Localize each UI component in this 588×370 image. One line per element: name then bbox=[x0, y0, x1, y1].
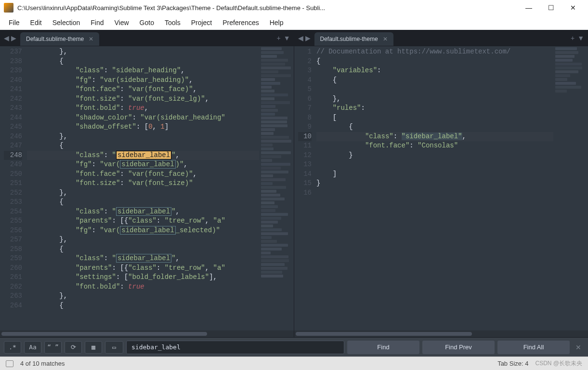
find-regex-toggle[interactable]: .* bbox=[4, 341, 21, 354]
new-tab-icon[interactable]: + bbox=[276, 34, 280, 42]
hscroll-thumb[interactable] bbox=[1, 332, 207, 336]
tab-actions-right: + ▼ bbox=[567, 34, 588, 42]
find-wrap-toggle[interactable]: ⟳ bbox=[65, 341, 82, 354]
find-word-toggle[interactable]: “ ” bbox=[44, 341, 62, 354]
nav-fwd-icon[interactable]: ▶ bbox=[10, 33, 17, 43]
close-button[interactable]: ✕ bbox=[562, 0, 584, 15]
close-icon[interactable]: ✕ bbox=[89, 36, 93, 42]
left-code[interactable]: }, { "class": "sidebar_heading", "fg": "… bbox=[27, 46, 259, 330]
minimap[interactable] bbox=[553, 46, 588, 330]
find-close-icon[interactable]: ✕ bbox=[573, 344, 584, 351]
tab-nav-arrows: ◀ ▶ bbox=[294, 33, 314, 43]
status-tab-size[interactable]: Tab Size: 4 bbox=[497, 360, 528, 367]
nav-fwd-icon[interactable]: ▶ bbox=[304, 33, 312, 43]
menu-tools[interactable]: Tools bbox=[160, 17, 185, 28]
tab-overflow-icon[interactable]: ▼ bbox=[284, 34, 290, 42]
tab-label: Default.sublime-theme bbox=[320, 36, 378, 42]
tab-actions-left: + ▼ bbox=[273, 34, 294, 42]
tab-default-theme-right[interactable]: Default.sublime-theme ✕ bbox=[314, 32, 393, 46]
left-pane-tabs: ◀ ▶ Default.sublime-theme ✕ + ▼ bbox=[0, 30, 294, 46]
right-editor[interactable]: 12345678910111213141516 // Documentation… bbox=[294, 46, 588, 330]
left-pane: 2372382392402412422432442452462472482492… bbox=[0, 46, 294, 337]
menu-preferences[interactable]: Preferences bbox=[218, 17, 263, 28]
find-panel: .* Aa “ ” ⟳ ▦ ▭ Find Find Prev Find All … bbox=[0, 337, 588, 357]
close-icon[interactable]: ✕ bbox=[383, 36, 388, 42]
left-gutter: 2372382392402412422432442452462472482492… bbox=[0, 46, 27, 330]
tab-default-theme-left[interactable]: Default.sublime-theme ✕ bbox=[20, 32, 99, 46]
tab-label: Default.sublime-theme bbox=[26, 36, 84, 42]
find-selection-toggle[interactable]: ▦ bbox=[85, 341, 102, 354]
tab-overflow-icon[interactable]: ▼ bbox=[577, 34, 584, 42]
right-gutter: 12345678910111213141516 bbox=[294, 46, 316, 330]
menu-find[interactable]: Find bbox=[86, 17, 108, 28]
app-icon bbox=[4, 3, 13, 13]
panel-icon[interactable] bbox=[6, 360, 13, 367]
menu-help[interactable]: Help bbox=[265, 17, 288, 28]
nav-back-icon[interactable]: ◀ bbox=[297, 33, 304, 43]
menu-goto[interactable]: Goto bbox=[135, 17, 159, 28]
hscroll-thumb[interactable] bbox=[296, 332, 472, 336]
right-code[interactable]: // Documentation at https://www.sublimet… bbox=[316, 46, 553, 330]
right-pane: 12345678910111213141516 // Documentation… bbox=[294, 46, 588, 337]
minimize-button[interactable]: — bbox=[518, 0, 540, 15]
maximize-button[interactable]: ☐ bbox=[540, 0, 562, 15]
watermark: CSDN @长歌未央 bbox=[535, 359, 582, 368]
new-tab-icon[interactable]: + bbox=[571, 34, 575, 42]
menu-bar: File Edit Selection Find View Goto Tools… bbox=[0, 15, 588, 30]
window-controls: — ☐ ✕ bbox=[518, 0, 584, 15]
status-matches: 4 of 10 matches bbox=[20, 360, 65, 367]
hscroll[interactable] bbox=[0, 330, 294, 337]
editor-area: 2372382392402412422432442452462472482492… bbox=[0, 46, 588, 337]
menu-file[interactable]: File bbox=[4, 17, 25, 28]
find-button[interactable]: Find bbox=[347, 341, 419, 354]
minimap[interactable] bbox=[259, 46, 294, 330]
find-all-button[interactable]: Find All bbox=[497, 341, 570, 354]
find-input[interactable] bbox=[126, 341, 344, 354]
title-bar: C:\Users\linxinrui\AppData\Roaming\Subli… bbox=[0, 0, 588, 15]
left-editor[interactable]: 2372382392402412422432442452462472482492… bbox=[0, 46, 294, 330]
menu-selection[interactable]: Selection bbox=[48, 17, 85, 28]
menu-view[interactable]: View bbox=[110, 17, 134, 28]
right-pane-tabs: ◀ ▶ Default.sublime-theme ✕ + ▼ bbox=[294, 30, 588, 46]
find-highlight-toggle[interactable]: ▭ bbox=[105, 341, 123, 354]
find-case-toggle[interactable]: Aa bbox=[24, 341, 41, 354]
tab-nav-arrows: ◀ ▶ bbox=[0, 33, 20, 43]
hscroll[interactable] bbox=[294, 330, 588, 337]
window-title: C:\Users\linxinrui\AppData\Roaming\Subli… bbox=[17, 4, 518, 12]
menu-edit[interactable]: Edit bbox=[26, 17, 47, 28]
find-prev-button[interactable]: Find Prev bbox=[422, 341, 495, 354]
nav-back-icon[interactable]: ◀ bbox=[3, 33, 10, 43]
status-bar: 4 of 10 matches Tab Size: 4 CSDN @长歌未央 bbox=[0, 357, 588, 370]
menu-project[interactable]: Project bbox=[186, 17, 217, 28]
tabs-row: ◀ ▶ Default.sublime-theme ✕ + ▼ ◀ ▶ Defa… bbox=[0, 30, 588, 46]
